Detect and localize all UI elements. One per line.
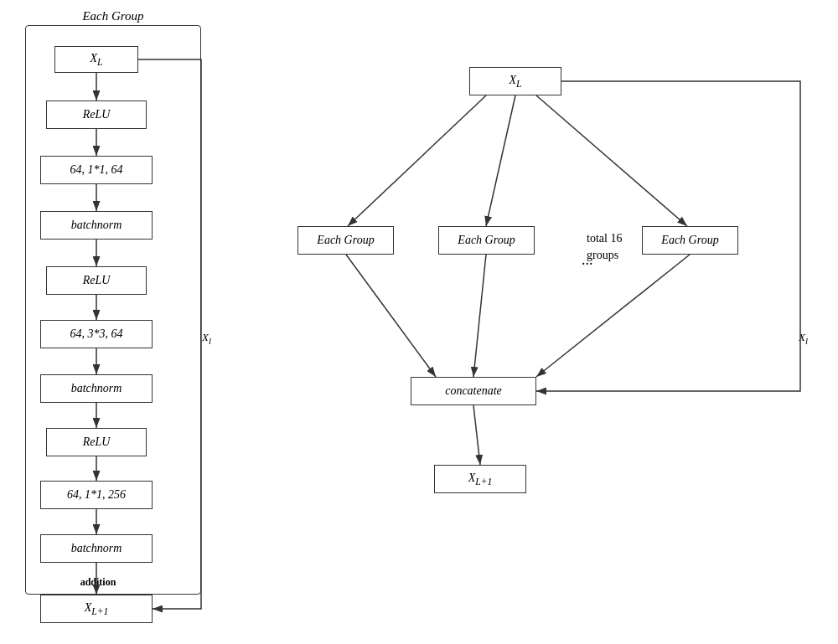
svg-line-12 bbox=[348, 95, 486, 226]
node-group3: Each Group bbox=[642, 226, 738, 255]
node-xl-top-left: XL bbox=[54, 46, 138, 73]
node-bn2: batchnorm bbox=[40, 374, 153, 403]
svg-line-17 bbox=[536, 255, 690, 377]
node-conv2: 64, 3*3, 64 bbox=[40, 320, 153, 348]
xl-side-label-left: Xl bbox=[202, 331, 211, 346]
node-xl-bottom-right: XL+1 bbox=[434, 465, 526, 493]
node-bn1: batchnorm bbox=[40, 211, 153, 240]
dots-label: ... bbox=[582, 251, 593, 269]
node-group2: Each Group bbox=[438, 226, 535, 255]
node-xl-top-right: XL bbox=[469, 67, 561, 95]
svg-line-14 bbox=[536, 95, 687, 226]
node-conv3: 64, 1*1, 256 bbox=[40, 481, 153, 509]
diagram: Each Group XL ReLU 64, 1*1, 64 batchnorm… bbox=[0, 0, 838, 644]
svg-line-18 bbox=[473, 405, 480, 465]
node-conv1: 64, 1*1, 64 bbox=[40, 156, 153, 184]
xl-side-label-right: Xl bbox=[799, 331, 808, 346]
node-relu3: ReLU bbox=[46, 428, 147, 456]
node-concatenate: concatenate bbox=[411, 377, 536, 405]
node-relu1: ReLU bbox=[46, 100, 147, 129]
svg-line-13 bbox=[486, 95, 515, 226]
svg-line-15 bbox=[346, 255, 436, 377]
node-relu2: ReLU bbox=[46, 266, 147, 295]
left-group-label: Each Group bbox=[79, 9, 147, 23]
node-group1: Each Group bbox=[297, 226, 394, 255]
svg-line-16 bbox=[473, 255, 486, 377]
addition-label: addition bbox=[69, 576, 127, 589]
node-xl-bottom-left: XL+1 bbox=[40, 595, 153, 623]
node-bn3: batchnorm bbox=[40, 534, 153, 563]
